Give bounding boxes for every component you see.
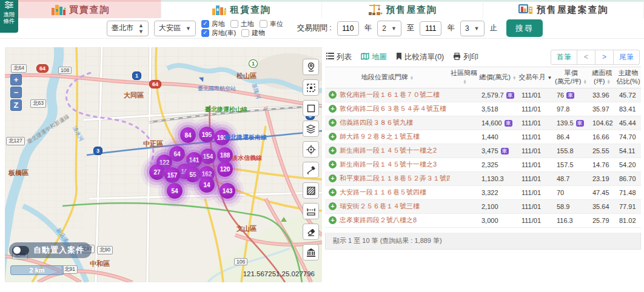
tab-presale-query[interactable]: 預售屋查詢 bbox=[322, 0, 483, 18]
map-cluster-marker[interactable]: 157 bbox=[164, 167, 180, 183]
expand-row-icon[interactable]: + bbox=[329, 161, 337, 168]
checkbox-row-1: ✓房地土地車位 bbox=[201, 19, 283, 28]
address-link[interactable]: 新生南路一段１４５號十一樓之2 bbox=[340, 147, 437, 154]
expand-row-icon[interactable]: + bbox=[329, 174, 337, 182]
sort-icon[interactable]: ▲▼ bbox=[606, 79, 610, 84]
rectangle-select-tool[interactable] bbox=[303, 100, 319, 116]
auto-place-toggle[interactable]: 自動置入案件 bbox=[9, 242, 92, 258]
column-header[interactable]: 單價(萬元/坪)▲▼ bbox=[553, 67, 589, 88]
address-link[interactable]: 信義路四段３８６號九樓 bbox=[340, 119, 413, 126]
sort-desc-icon[interactable]: ▼ bbox=[548, 75, 552, 81]
layers-tool[interactable] bbox=[303, 121, 319, 137]
map-cluster-marker[interactable]: 84 bbox=[180, 127, 196, 143]
measure-ruler-tool[interactable] bbox=[303, 203, 319, 219]
address-link[interactable]: 瑞安街２５６巷１４號三樓 bbox=[340, 202, 420, 210]
map-label-shield-blue: 3 bbox=[93, 147, 102, 155]
tab-label: 租賃查詢 bbox=[230, 4, 271, 16]
expand-row-icon[interactable]: + bbox=[329, 147, 337, 154]
zoom-reset-button[interactable]: Z bbox=[10, 99, 22, 111]
checkbox-土地[interactable]: 土地 bbox=[230, 20, 254, 28]
map-label-t-green: 臺北捷運松山線 bbox=[205, 105, 247, 114]
year-unit-label: 年 bbox=[447, 23, 455, 33]
map-cluster-marker[interactable]: 195 bbox=[199, 127, 215, 142]
column-header[interactable]: 總價(萬元)▲▼ bbox=[478, 67, 518, 88]
community-cell bbox=[450, 213, 478, 227]
view-map-button[interactable]: 地圖 bbox=[361, 52, 387, 62]
from-year-input[interactable] bbox=[337, 21, 359, 36]
main-tabs: 買賣查詢 租賃查詢 預售屋查詢 預售屋建案查詢 bbox=[0, 0, 644, 18]
expand-row-icon[interactable]: + bbox=[329, 202, 337, 210]
filter-bar: 臺北市 ▲▼ 大安區 ▼ ✓房地土地車位 ✓房地(車)建物 交易期間 : 年 2… bbox=[0, 18, 644, 39]
eraser-tool[interactable] bbox=[303, 224, 319, 240]
expand-row-icon[interactable]: + bbox=[329, 91, 337, 99]
map-cluster-marker[interactable]: 120 bbox=[217, 161, 233, 177]
draw-sketch-tool[interactable] bbox=[303, 162, 319, 178]
landmark-tool[interactable] bbox=[303, 244, 319, 260]
advanced-conditions-badge[interactable]: 進階 條件 bbox=[0, 0, 18, 33]
to-month-select[interactable]: 3 ▼ bbox=[460, 21, 485, 36]
sort-icon[interactable]: ▲▼ bbox=[583, 79, 586, 84]
location-pin-tool[interactable] bbox=[303, 59, 319, 75]
from-month-select[interactable]: 2 ▼ bbox=[377, 21, 401, 36]
list-icon bbox=[326, 53, 334, 61]
transaction-date-cell: 111/01 bbox=[518, 88, 553, 102]
tab-buy-sell-query[interactable]: 買賣查詢 bbox=[0, 0, 161, 18]
search-button[interactable]: 搜尋 bbox=[506, 19, 543, 37]
expand-row-icon[interactable]: + bbox=[329, 216, 337, 224]
column-header[interactable]: 總面積(坪)▲▼ bbox=[589, 67, 615, 88]
chevron-down-icon: ▼ bbox=[474, 25, 480, 32]
compare-list-button[interactable]: 比較清單(0) bbox=[396, 52, 444, 62]
sort-icon[interactable]: ▲▼ bbox=[410, 76, 414, 80]
zoom-in-button[interactable]: + bbox=[10, 74, 22, 85]
map-cluster-marker[interactable]: 143 bbox=[220, 183, 235, 199]
building-ratio-cell: 45.44 bbox=[615, 116, 641, 130]
column-header[interactable]: 主建物佔比(%) bbox=[615, 67, 641, 88]
map-cluster-marker[interactable]: 154 bbox=[200, 148, 216, 164]
address-link[interactable]: 敦化南路一段１６１巷７０號二樓 bbox=[340, 91, 440, 98]
expand-row-icon[interactable]: + bbox=[329, 188, 337, 196]
map-panel[interactable]: + − Z 自動置入案件 2 km 121.567251,25.027796 8… bbox=[5, 47, 322, 282]
next-page-button[interactable]: > bbox=[595, 50, 614, 65]
sort-icon[interactable]: ▲▼ bbox=[463, 79, 466, 84]
print-button[interactable]: 列印 bbox=[453, 52, 478, 62]
total-price-cell: 14,600車 bbox=[478, 116, 518, 130]
map-cluster-marker[interactable]: 14 bbox=[199, 177, 215, 193]
advanced-badge-line2: 條件 bbox=[4, 18, 15, 25]
parking-included-badge: 車 bbox=[566, 92, 574, 99]
column-header[interactable]: 交易年月▼ bbox=[518, 67, 553, 88]
tab-presale-project-query[interactable]: 預售屋建案查詢 bbox=[483, 0, 644, 18]
map-label-box-grey: 106 bbox=[234, 258, 247, 265]
checkbox-房地[interactable]: ✓房地 bbox=[201, 20, 225, 28]
sort-icon[interactable]: ▲▼ bbox=[512, 76, 516, 80]
checkbox-車位[interactable]: 車位 bbox=[260, 20, 283, 28]
zoom-out-button[interactable]: − bbox=[10, 87, 22, 98]
district-select[interactable]: 大安區 ▼ bbox=[154, 21, 196, 36]
expand-row-icon[interactable]: + bbox=[329, 105, 337, 113]
checkbox-房地(車)[interactable]: ✓房地(車) bbox=[201, 29, 236, 37]
area-cell: 16.66 bbox=[589, 130, 615, 144]
tab-rental-query[interactable]: 租賃查詢 bbox=[161, 0, 323, 18]
checkbox-建物[interactable]: 建物 bbox=[241, 29, 265, 37]
community-cell bbox=[450, 116, 478, 130]
address-link[interactable]: 忠孝東路四段２號八樓之8 bbox=[340, 216, 417, 224]
map-cluster-marker[interactable]: 27 bbox=[149, 164, 165, 180]
column-header[interactable]: 社區簡稱▲▼ bbox=[450, 67, 478, 88]
expand-row-icon[interactable]: + bbox=[329, 133, 337, 141]
first-page-button[interactable]: 首筆 bbox=[551, 50, 577, 65]
view-list-button[interactable]: 列表 bbox=[326, 52, 352, 62]
last-page-button[interactable]: 尾筆 bbox=[613, 50, 640, 65]
expand-row-icon[interactable]: + bbox=[329, 119, 337, 127]
address-link[interactable]: 師大路９２巷８之１號五樓 bbox=[340, 133, 420, 140]
city-select[interactable]: 臺北市 ▲▼ bbox=[107, 21, 149, 36]
locate-tool[interactable] bbox=[303, 141, 319, 158]
address-link[interactable]: 和平東路二段１１８巷５２弄３１號四樓 bbox=[340, 174, 450, 182]
map-cluster-marker[interactable]: 54 bbox=[167, 183, 183, 199]
address-link[interactable]: 敦化南路二段６３巷５４弄４號五樓 bbox=[340, 105, 446, 112]
prev-page-button[interactable]: < bbox=[577, 50, 595, 65]
to-year-input[interactable] bbox=[420, 21, 441, 36]
area-select-dashed-tool[interactable] bbox=[303, 79, 319, 96]
address-link[interactable]: 新生南路一段１４５號十一樓之3 bbox=[340, 161, 437, 168]
column-header[interactable]: 地段位置或門牌▲▼ bbox=[325, 67, 450, 88]
hatch-fill-tool[interactable] bbox=[303, 182, 319, 199]
address-link[interactable]: 大安路一段１１６巷５號四樓 bbox=[340, 188, 426, 196]
